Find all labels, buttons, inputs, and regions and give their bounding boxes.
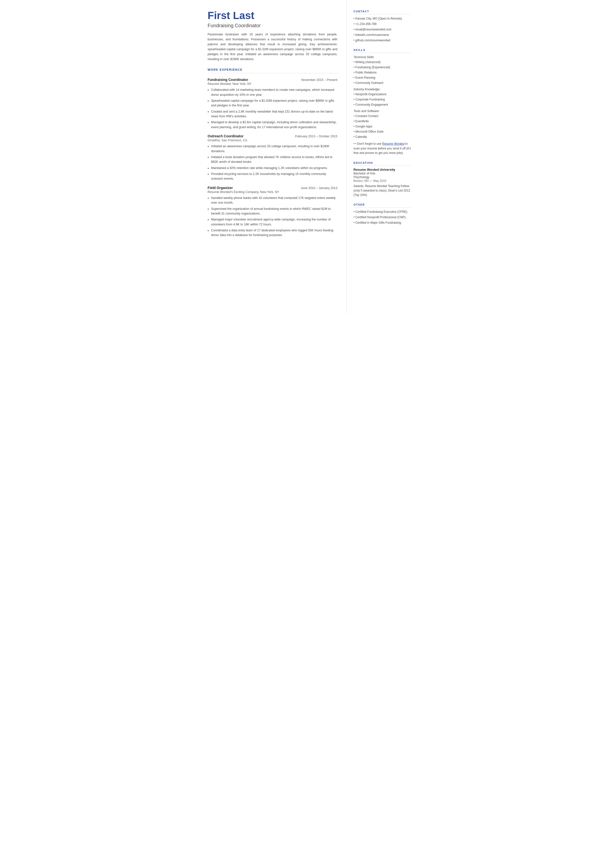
skill-item: Google Apps <box>354 124 411 129</box>
skill-item: Nonprofit Organizations <box>354 92 411 96</box>
list-item: Maintained a 92% retention rate while ma… <box>211 166 338 171</box>
skill-item: Community Outreach <box>354 81 411 85</box>
list-item: Managed to develop a $2.6m capital campa… <box>211 120 338 130</box>
skills-section: SKILLS Technical Skills: Writing (Advanc… <box>354 48 411 155</box>
left-column: First Last Fundraising Coordinator Passi… <box>196 0 347 314</box>
candidate-summary: Passionate fundraiser with 10 years of e… <box>208 32 338 62</box>
skills-section-title: SKILLS <box>354 48 411 53</box>
work-experience-section-title: WORK EXPERIENCE <box>208 68 338 73</box>
skill-item: Calendly <box>354 135 411 139</box>
list-item: Created and sent a 2.8K monthly newslett… <box>211 109 338 119</box>
job-3-title: Field Organizer <box>208 186 233 190</box>
skill-item: Event Planning <box>354 76 411 80</box>
job-2-dates: February 2013 – October 2015 <box>295 135 338 138</box>
contact-item-location: Kansas City, MO (Open to Remote) <box>354 16 411 21</box>
edu-degree: Bachelor of Arts <box>354 172 411 175</box>
skill-item: Corporate Fundraising <box>354 97 411 102</box>
job-3-company: Resume Worded's Exciting Company, New Yo… <box>208 190 338 194</box>
other-item-cnp: Certified Nonprofit Professional (CNP). <box>354 215 411 219</box>
skill-item: Fundraising (Experienced) <box>354 65 411 70</box>
other-item-major-gifts: Certified in Major Gifts Fundraising. <box>354 220 411 225</box>
list-item: Provided recycling services to 2.2K hous… <box>211 172 338 182</box>
edu-awards: Awards: Resume Worded Teaching Fellow (o… <box>354 184 411 197</box>
contact-item-linkedin: linkedin.com/in/username <box>354 33 411 37</box>
right-column: CONTACT Kansas City, MO (Open to Remote)… <box>347 0 419 314</box>
candidate-title: Fundraising Coordinator <box>208 23 338 28</box>
edu-date: Boston, MA — May 2010 <box>354 179 411 183</box>
job-1-title: Fundraising Coordinator <box>208 78 248 82</box>
list-item: Supervised the organization of annual fu… <box>211 207 338 216</box>
skill-item: Public Relations <box>354 70 411 75</box>
job-1-header: Fundraising Coordinator November 2015 – … <box>208 78 338 82</box>
list-item: Spearheaded capital campaign for a $1.02… <box>211 98 338 108</box>
job-3-dates: June 2010 – January 2013 <box>301 186 337 190</box>
list-item: Managed major volunteer recruitment agen… <box>211 217 338 227</box>
contact-item-phone: +1-234-456-789 <box>354 22 411 26</box>
list-item: Handled weekly phone banks with 42 volun… <box>211 196 338 205</box>
skill-item: Microsoft Office Suite <box>354 129 411 134</box>
skill-item: Writing (Advanced) <box>354 60 411 64</box>
edu-school: Resume Worded University <box>354 168 411 171</box>
resume-page: First Last Fundraising Coordinator Passi… <box>196 0 419 314</box>
job-1-bullets: Collaborated with 14 marketing team memb… <box>211 88 338 130</box>
skills-cat-industry: Industry Knowledge: <box>354 88 411 91</box>
education-section-title: EDUCATION <box>354 161 411 166</box>
skills-cat-tools: Tools and Software: <box>354 109 411 113</box>
skills-cat-technical: Technical Skills: <box>354 56 411 59</box>
contact-section-title: CONTACT <box>354 10 411 14</box>
other-section-title: OTHER <box>354 203 411 208</box>
contact-item-email: email@resumeworded.com <box>354 27 411 32</box>
skill-item: Eventbrite <box>354 119 411 123</box>
job-1-dates: November 2015 – Present <box>301 78 338 82</box>
list-item: Collaborated with 14 marketing team memb… <box>211 88 338 97</box>
resume-worded-link[interactable]: Resume Worded <box>382 142 405 146</box>
other-section: OTHER Certified Fundraising Executive (C… <box>354 203 411 225</box>
list-item: Initiated a book donation program that a… <box>211 155 338 165</box>
resume-worded-note: • Don't forget to use Resume Worded to s… <box>354 141 411 155</box>
job-1-company: Resume Worded, New York, NY <box>208 82 338 85</box>
education-section: EDUCATION Resume Worded University Bache… <box>354 161 411 197</box>
edu-field: Psychology <box>354 175 411 179</box>
list-item: Coordinated a data entry team of 17 dedi… <box>211 228 338 238</box>
other-item-cfre: Certified Fundraising Executive (CFRE). <box>354 210 411 214</box>
list-item: Initiated an awareness campaign across 3… <box>211 144 338 154</box>
candidate-name: First Last <box>208 10 338 21</box>
skill-item: Community Engagement <box>354 102 411 107</box>
skill-item: Constant Contact <box>354 114 411 118</box>
job-2-header: Outreach Coordinator February 2013 – Oct… <box>208 134 338 138</box>
job-2-bullets: Initiated an awareness campaign across 3… <box>211 144 338 182</box>
job-3-bullets: Handled weekly phone banks with 42 volun… <box>211 196 338 238</box>
job-3-header: Field Organizer June 2010 – January 2013 <box>208 186 338 190</box>
job-2-company: Growthsi, San Francisco, CA <box>208 138 338 142</box>
contact-section: CONTACT Kansas City, MO (Open to Remote)… <box>354 10 411 43</box>
contact-item-github: github.com/resumeworded <box>354 38 411 43</box>
job-2-title: Outreach Coordinator <box>208 134 243 138</box>
